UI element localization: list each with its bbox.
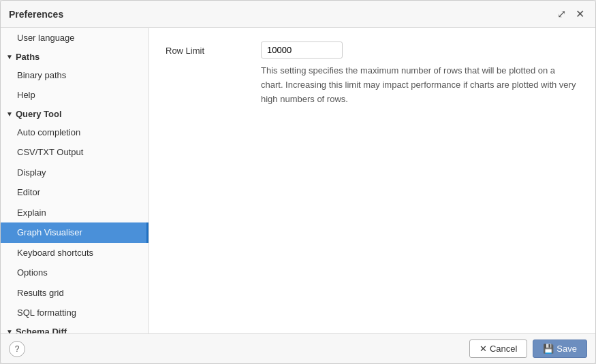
field-row-row-limit: Row Limit This setting specifies the max… (166, 42, 579, 106)
field-label-row-limit: Row Limit (166, 42, 261, 56)
sidebar-item-auto-completion[interactable]: Auto completion (1, 122, 148, 143)
sidebar-item-user-language[interactable]: User language (1, 28, 148, 48)
header-buttons: ⤢ ✕ (554, 6, 587, 22)
row-limit-input[interactable] (261, 42, 343, 59)
dialog-footer: ? ✕ Cancel 💾 Save (1, 333, 595, 363)
sidebar-group-paths[interactable]: ▼ Paths (1, 48, 148, 65)
sidebar-group-query-tool[interactable]: ▼ Query Tool (1, 105, 148, 122)
cancel-button[interactable]: ✕ Cancel (469, 340, 527, 358)
save-button[interactable]: 💾 Save (533, 340, 587, 358)
footer-right: ✕ Cancel 💾 Save (469, 340, 587, 358)
help-button[interactable]: ? (9, 341, 25, 357)
sidebar-item-graph-visualiser[interactable]: Graph Visualiser (1, 222, 148, 243)
sidebar-item-results-grid[interactable]: Results grid (1, 283, 148, 303)
footer-left: ? (9, 341, 25, 357)
sidebar-item-help[interactable]: Help (1, 85, 148, 105)
chevron-down-icon: ▼ (6, 53, 13, 61)
sidebar-item-display[interactable]: Display (1, 163, 148, 183)
sidebar-item-explain[interactable]: Explain (1, 203, 148, 223)
sidebar-item-csv-txt-output[interactable]: CSV/TXT Output (1, 142, 148, 163)
sidebar-item-keyboard-shortcuts[interactable]: Keyboard shortcuts (1, 243, 148, 263)
expand-button[interactable]: ⤢ (554, 6, 569, 22)
save-label: Save (556, 344, 577, 354)
sidebar-group-schema-diff[interactable]: ▼ Schema Diff (1, 323, 148, 334)
save-icon: 💾 (543, 344, 554, 354)
dialog-header: Preferences ⤢ ✕ (1, 1, 595, 28)
close-button[interactable]: ✕ (573, 6, 587, 22)
field-content: This setting specifies the maximum numbe… (261, 42, 579, 106)
sidebar-item-editor[interactable]: Editor (1, 182, 148, 203)
chevron-down-icon: ▼ (6, 110, 13, 118)
sidebar-item-binary-paths[interactable]: Binary paths (1, 65, 148, 86)
main-content: Row Limit This setting specifies the max… (149, 28, 595, 333)
cancel-icon: ✕ (480, 344, 487, 354)
dialog-title: Preferences (9, 9, 63, 20)
field-description-row-limit: This setting specifies the maximum numbe… (261, 64, 579, 106)
chevron-down-icon: ▼ (6, 328, 13, 334)
dialog-body: User language ▼ Paths Binary paths Help … (1, 28, 595, 333)
sidebar-item-sql-formatting[interactable]: SQL formatting (1, 303, 148, 323)
sidebar: User language ▼ Paths Binary paths Help … (1, 28, 149, 333)
cancel-label: Cancel (490, 344, 517, 354)
preferences-dialog: Preferences ⤢ ✕ User language ▼ Paths Bi… (0, 0, 596, 364)
sidebar-item-options[interactable]: Options (1, 263, 148, 283)
